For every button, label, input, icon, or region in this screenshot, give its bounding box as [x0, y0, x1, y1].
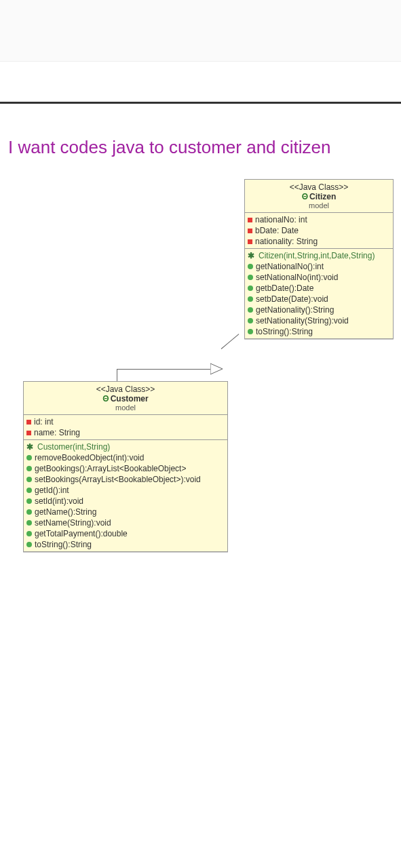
public-visibility-icon	[26, 488, 32, 493]
member-row: name: String	[26, 427, 225, 438]
uml-diagram: <<Java Class>> ΘCitizen model nationalNo…	[8, 179, 393, 640]
stereotype-label: <<Java Class>>	[28, 384, 223, 394]
member-row: setNationality(String):void	[248, 315, 390, 326]
member-row: getNationality():String	[248, 304, 390, 315]
member-row: id: int	[26, 416, 225, 427]
member-row: getNationalNo():int	[248, 261, 390, 272]
constructor-icon: ✱	[248, 251, 254, 260]
public-visibility-icon	[26, 498, 32, 504]
member-text: removeBookedObject(int):void	[35, 453, 144, 462]
svg-marker-0	[210, 363, 223, 374]
class-header: <<Java Class>> ΘCitizen model	[245, 180, 393, 213]
member-row: toString():String	[248, 326, 390, 337]
private-visibility-icon	[248, 218, 252, 222]
public-visibility-icon	[26, 542, 32, 547]
public-visibility-icon	[248, 329, 253, 334]
public-visibility-icon	[248, 307, 253, 313]
member-text: getNationalNo():int	[256, 262, 324, 271]
member-row: bDate: Date	[248, 225, 390, 236]
uml-class-citizen: <<Java Class>> ΘCitizen model nationalNo…	[244, 179, 394, 339]
class-icon: Θ	[302, 192, 308, 201]
public-visibility-icon	[26, 466, 32, 471]
member-text: getTotalPayment():double	[35, 529, 128, 538]
public-visibility-icon	[248, 275, 253, 280]
member-text: nationalNo: int	[255, 215, 307, 224]
attributes-section: nationalNo: intbDate: Datenationality: S…	[245, 213, 393, 249]
package-label: model	[249, 201, 389, 210]
public-visibility-icon	[26, 477, 32, 482]
member-row: removeBookedObject(int):void	[26, 452, 225, 463]
package-label: model	[28, 403, 223, 412]
operations-section: ✱Customer(int,String)removeBookedObject(…	[24, 440, 227, 551]
page: { "title": "I want codes java to custome…	[0, 0, 401, 868]
member-text: getbDate():Date	[256, 283, 313, 293]
member-text: nationality: String	[255, 237, 318, 246]
class-name: Citizen	[309, 192, 336, 201]
member-text: getNationality():String	[256, 305, 334, 315]
member-row: getId():int	[26, 485, 225, 496]
member-text: setbDate(Date):void	[256, 294, 328, 304]
member-row: ✱Customer(int,String)	[26, 441, 225, 452]
public-visibility-icon	[26, 531, 32, 536]
member-row: setBookings(ArrayList<BookableObject>):v…	[26, 474, 225, 485]
member-row: getTotalPayment():double	[26, 528, 225, 539]
member-text: id: int	[34, 417, 54, 427]
member-row: nationality: String	[248, 236, 390, 247]
member-text: setId(int):void	[35, 496, 83, 506]
member-text: setNationality(String):void	[256, 316, 349, 326]
member-row: setbDate(Date):void	[248, 294, 390, 304]
member-text: getName():String	[35, 507, 96, 517]
arrow-head-icon	[210, 362, 224, 376]
public-visibility-icon	[26, 509, 32, 515]
member-text: setName(String):void	[35, 518, 111, 528]
private-visibility-icon	[248, 229, 252, 233]
member-row: setId(int):void	[26, 496, 225, 507]
member-row: getbDate():Date	[248, 283, 390, 294]
content-area: I want codes java to customer and citize…	[8, 136, 393, 640]
member-row: ✱Citizen(int,String,int,Date,String)	[248, 250, 390, 261]
member-row: toString():String	[26, 539, 225, 550]
member-text: toString():String	[35, 540, 92, 549]
top-bar	[0, 0, 401, 62]
uml-class-customer: <<Java Class>> ΘCustomer model id: intna…	[23, 381, 228, 552]
constructor-icon: ✱	[26, 442, 33, 452]
attributes-section: id: intname: String	[24, 415, 227, 440]
operations-section: ✱Citizen(int,String,int,Date,String)getN…	[245, 249, 393, 338]
member-text: getBookings():ArrayList<BookableObject>	[35, 464, 186, 473]
question-title: I want codes java to customer and citize…	[8, 136, 393, 159]
stereotype-label: <<Java Class>>	[249, 182, 389, 192]
member-text: Customer(int,String)	[37, 442, 110, 452]
member-row: setNationalNo(int):void	[248, 272, 390, 283]
private-visibility-icon	[26, 420, 31, 425]
member-text: toString():String	[256, 327, 313, 336]
divider	[0, 102, 401, 104]
member-text: setBookings(ArrayList<BookableObject>):v…	[35, 475, 201, 484]
member-row: getName():String	[26, 507, 225, 517]
public-visibility-icon	[26, 520, 32, 526]
class-header: <<Java Class>> ΘCustomer model	[24, 382, 227, 415]
member-row: nationalNo: int	[248, 214, 390, 225]
public-visibility-icon	[26, 455, 32, 460]
member-text: bDate: Date	[255, 226, 299, 235]
class-icon: Θ	[102, 394, 109, 403]
private-visibility-icon	[248, 239, 252, 244]
public-visibility-icon	[248, 285, 253, 291]
member-text: getId():int	[35, 486, 69, 495]
member-text: name: String	[34, 428, 80, 437]
member-row: getBookings():ArrayList<BookableObject>	[26, 463, 225, 474]
public-visibility-icon	[248, 318, 253, 323]
class-name: Customer	[111, 394, 149, 403]
public-visibility-icon	[248, 296, 253, 302]
member-row: setName(String):void	[26, 517, 225, 528]
private-visibility-icon	[26, 431, 31, 435]
public-visibility-icon	[248, 264, 253, 269]
member-text: Citizen(int,String,int,Date,String)	[259, 251, 375, 260]
member-text: setNationalNo(int):void	[256, 273, 338, 282]
